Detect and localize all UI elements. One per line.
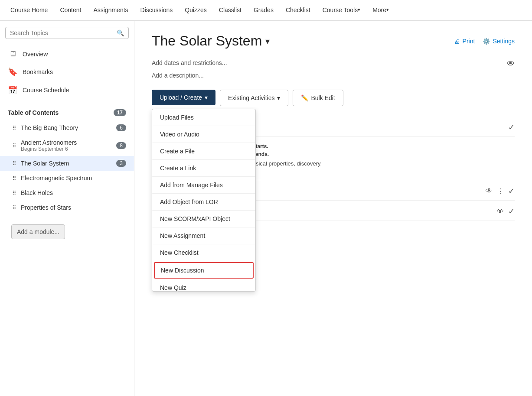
settings-icon: ⚙️ [483, 38, 490, 45]
toc-item-4-icon: ⠿ [12, 190, 16, 196]
toc-item-1-label: Ancient Astronomers [21, 139, 77, 146]
content-item-4-eye-icon[interactable]: 👁 [497, 208, 504, 215]
dropdown-item-upload-files[interactable]: Upload Files [152, 109, 255, 126]
toc-item-4-left: ⠿ Black Holes [12, 189, 53, 196]
nav-item-course-tools[interactable]: Course Tools [317, 0, 366, 21]
toc-item-0-label: The Big Bang Theory [21, 124, 78, 131]
nav-item-more[interactable]: More [366, 0, 395, 21]
toc-item-1-sub: Begins September 6 [21, 146, 77, 152]
bookmarks-icon: 🔖 [8, 67, 17, 77]
nav-item-content[interactable]: Content [54, 0, 87, 21]
nav-item-assignments[interactable]: Assignments [87, 0, 134, 21]
print-label: Print [463, 38, 475, 45]
toc-item-5-label: Properties of Stars [21, 204, 71, 211]
nav-item-checklist[interactable]: Checklist [280, 0, 317, 21]
dropdown-item-new-scorm[interactable]: New SCORM/xAPI Object [152, 211, 255, 227]
course-schedule-icon: 📅 [8, 85, 17, 95]
toc-title: Table of Contents [8, 109, 59, 116]
content-item-4-actions: 👁 ✓ [497, 205, 515, 216]
toc-item-4-label: Black Holes [21, 189, 53, 196]
settings-label: Settings [493, 38, 515, 45]
content-item-4-check-icon[interactable]: ✓ [508, 207, 515, 216]
toc-item-2-icon: ⠿ [12, 160, 16, 167]
bulk-edit-button[interactable]: ✏️ Bulk Edit [293, 90, 343, 106]
dropdown-item-new-quiz[interactable]: New Quiz [152, 279, 255, 291]
toc-item-0-left: ⠿ The Big Bang Theory [12, 124, 78, 131]
dropdown-item-create-a-link[interactable]: Create a Link [152, 160, 255, 177]
content-item-3-eye-icon[interactable]: 👁 [486, 187, 493, 195]
toc-item-2-left: ⠿ The Solar System [12, 160, 69, 167]
settings-button[interactable]: ⚙️ Settings [483, 38, 515, 45]
add-module-button[interactable]: Add a module... [11, 224, 65, 239]
sidebar-item-overview-label: Overview [23, 51, 48, 58]
toc-item-2[interactable]: ⠿ The Solar System 3 [0, 156, 134, 171]
toc-item-0-icon: ⠿ [12, 125, 16, 131]
bulk-edit-pencil-icon: ✏️ [301, 94, 308, 101]
upload-create-menu: Upload FilesVideo or AudioCreate a FileC… [152, 109, 256, 292]
sidebar-item-course-schedule-label: Course Schedule [23, 87, 69, 94]
toc-item-3-left: ⠿ Electromagnetic Spectrum [12, 175, 92, 182]
search-icon[interactable]: 🔍 [117, 29, 124, 36]
page-title: The Solar System [152, 33, 262, 49]
overview-icon: 🖥 [8, 49, 17, 58]
toc-item-4[interactable]: ⠿ Black Holes [0, 185, 134, 200]
toolbar-row: Upload / Create ▾ Upload FilesVideo or A… [152, 90, 515, 106]
dropdown-items-container: Upload FilesVideo or AudioCreate a FileC… [152, 109, 255, 291]
dropdown-item-new-assignment[interactable]: New Assignment [152, 227, 255, 244]
content-item-3-dots-icon[interactable]: ⋮ [497, 187, 504, 195]
toc-item-5-left: ⠿ Properties of Stars [12, 204, 71, 211]
dropdown-item-create-a-file[interactable]: Create a File [152, 143, 255, 160]
nav-item-grades[interactable]: Grades [248, 0, 280, 21]
nav-item-classlist[interactable]: Classlist [213, 0, 248, 21]
toc-item-3-label: Electromagnetic Spectrum [21, 175, 92, 182]
toc-item-3[interactable]: ⠿ Electromagnetic Spectrum [0, 171, 134, 185]
upload-create-chevron-icon: ▾ [205, 94, 208, 101]
dropdown-item-add-manage-files[interactable]: Add from Manage Files [152, 177, 255, 194]
toc-header: Table of Contents 17 [0, 105, 134, 120]
add-description-row[interactable]: Add a description... [152, 69, 515, 82]
sidebar-item-overview[interactable]: 🖥 Overview [0, 45, 134, 63]
page-layout: 🔍 🖥 Overview 🔖 Bookmarks 📅 Course Schedu… [0, 21, 532, 396]
toc-item-3-icon: ⠿ [12, 175, 16, 182]
bulk-edit-label: Bulk Edit [311, 94, 335, 101]
toc-item-0-badge: 6 [116, 124, 126, 131]
content-item-1-check-icon[interactable]: ✓ [508, 123, 515, 132]
search-box[interactable]: 🔍 [5, 27, 129, 39]
page-title-chevron-icon[interactable]: ▾ [265, 36, 270, 46]
content-item-3-check-icon[interactable]: ✓ [508, 186, 515, 196]
toc-item-5-icon: ⠿ [12, 204, 16, 211]
toc-item-0[interactable]: ⠿ The Big Bang Theory 6 [0, 120, 134, 135]
print-icon: 🖨 [454, 38, 460, 45]
print-button[interactable]: 🖨 Print [454, 38, 475, 45]
toc-item-1[interactable]: ⠿ Ancient Astronomers Begins September 6… [0, 135, 134, 156]
sidebar-item-bookmarks[interactable]: 🔖 Bookmarks [0, 63, 134, 81]
toc-list: ⠿ The Big Bang Theory 6 ⠿ Ancient Astron… [0, 120, 134, 215]
nav-item-course-home[interactable]: Course Home [4, 0, 54, 21]
dropdown-item-add-object-lor[interactable]: Add Object from LOR [152, 194, 255, 211]
nav-item-quizzes[interactable]: Quizzes [179, 0, 213, 21]
sidebar-search-area: 🔍 [0, 21, 134, 45]
toc-item-1-left: ⠿ Ancient Astronomers Begins September 6 [12, 139, 77, 152]
search-input[interactable] [10, 29, 117, 36]
upload-create-dropdown: Upload / Create ▾ Upload FilesVideo or A… [152, 90, 215, 106]
toc-item-5[interactable]: ⠿ Properties of Stars [0, 200, 134, 215]
existing-activities-button[interactable]: Existing Activities ▾ [220, 90, 288, 106]
dropdown-scroll-area[interactable]: Upload FilesVideo or AudioCreate a FileC… [152, 109, 255, 291]
sidebar-item-course-schedule[interactable]: 📅 Course Schedule [0, 81, 134, 99]
toc-badge: 17 [114, 109, 126, 116]
dropdown-item-new-checklist[interactable]: New Checklist [152, 244, 255, 261]
top-navigation: Course Home Content Assignments Discussi… [0, 0, 532, 21]
existing-activities-chevron-icon: ▾ [277, 94, 280, 101]
add-dates-row[interactable]: Add dates and restrictions... 👁 [152, 57, 515, 69]
content-item-3-actions: 👁 ⋮ ✓ [486, 185, 515, 196]
dropdown-item-new-discussion[interactable]: New Discussion [154, 262, 254, 279]
content-item-1-actions: ✓ [508, 121, 515, 132]
sidebar: 🔍 🖥 Overview 🔖 Bookmarks 📅 Course Schedu… [0, 21, 134, 396]
upload-create-button[interactable]: Upload / Create ▾ [152, 90, 215, 105]
header-actions: 🖨 Print ⚙️ Settings [454, 38, 515, 45]
sidebar-item-bookmarks-label: Bookmarks [23, 68, 53, 75]
toc-item-2-badge: 3 [116, 160, 126, 167]
nav-item-discussions[interactable]: Discussions [134, 0, 179, 21]
visibility-icon[interactable]: 👁 [507, 59, 515, 68]
dropdown-item-video-or-audio[interactable]: Video or Audio [152, 126, 255, 143]
